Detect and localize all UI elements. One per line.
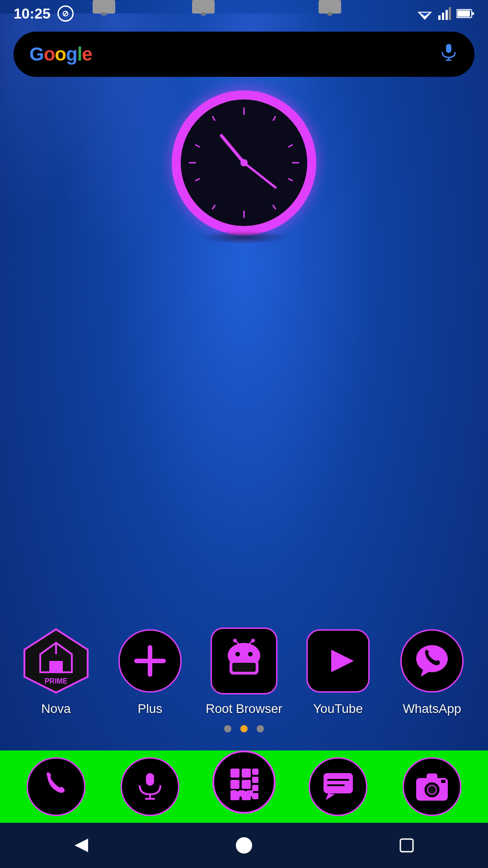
svg-line-20: [195, 179, 200, 181]
whatsapp-label: WhatsApp: [403, 702, 461, 716]
battery-icon: [456, 8, 474, 19]
svg-rect-74: [400, 839, 413, 852]
svg-rect-49: [230, 769, 239, 778]
dock-apps[interactable]: [212, 755, 276, 818]
svg-point-36: [248, 652, 253, 656]
svg-rect-59: [252, 793, 258, 799]
svg-point-73: [236, 837, 252, 854]
clock-outer-ring: [172, 90, 316, 235]
svg-marker-72: [75, 839, 88, 852]
svg-point-69: [427, 785, 436, 794]
app-grid: PRIME Nova Plus: [0, 627, 488, 741]
svg-rect-2: [438, 15, 441, 20]
wifi-icon: [417, 7, 433, 20]
svg-rect-42: [232, 663, 256, 672]
app-whatsapp[interactable]: WhatsApp: [391, 627, 473, 716]
svg-rect-60: [230, 790, 237, 797]
svg-point-39: [233, 639, 237, 642]
svg-marker-43: [331, 650, 354, 672]
svg-line-13: [273, 116, 276, 121]
nav-bar: [0, 823, 488, 868]
home-button[interactable]: [226, 827, 262, 863]
dock-microphone[interactable]: [118, 755, 182, 818]
svg-rect-30: [49, 661, 63, 672]
svg-rect-5: [449, 7, 451, 20]
dock-phone[interactable]: [24, 755, 88, 818]
nova-icon: PRIME: [22, 627, 90, 695]
recents-button[interactable]: [389, 827, 425, 863]
svg-rect-52: [230, 780, 239, 789]
svg-rect-71: [441, 780, 446, 783]
svg-rect-62: [247, 790, 253, 797]
root-browser-icon: [211, 627, 277, 694]
svg-rect-8: [472, 12, 474, 15]
messages-dock-icon: [309, 757, 367, 816]
youtube-icon: [306, 629, 370, 693]
dock: [0, 750, 488, 823]
svg-line-17: [273, 205, 276, 209]
svg-point-40: [251, 639, 255, 642]
nova-icon-wrap: PRIME: [22, 627, 90, 695]
svg-rect-53: [242, 780, 251, 789]
svg-line-25: [244, 163, 276, 188]
apps-dock-icon: [212, 750, 276, 814]
app-root-browser[interactable]: Root Browser: [203, 627, 285, 716]
svg-rect-58: [252, 785, 258, 791]
plus-icon: [118, 629, 182, 693]
clock-shadow: [199, 231, 289, 244]
dock-camera[interactable]: [400, 755, 464, 818]
status-bar: 10:25 ⊘: [0, 0, 488, 27]
signal-icon: [438, 7, 451, 20]
clock-display: 10:25: [14, 5, 51, 22]
root-browser-icon-wrap: [210, 627, 278, 695]
svg-marker-64: [326, 793, 335, 800]
svg-rect-63: [324, 773, 353, 793]
page-dot-2[interactable]: [240, 725, 248, 732]
svg-rect-3: [442, 13, 444, 20]
youtube-label: YouTube: [313, 702, 363, 716]
mic-dock-icon: [121, 757, 179, 816]
notification-icon: ⊘: [57, 5, 74, 22]
page-dots: [9, 725, 479, 732]
back-button[interactable]: [63, 827, 99, 863]
google-logo: Google: [29, 43, 92, 65]
phone-dock-icon: [27, 757, 85, 816]
page-dot-3[interactable]: [257, 725, 264, 732]
root-browser-label: Root Browser: [206, 702, 282, 716]
page-dot-1[interactable]: [224, 725, 231, 732]
svg-rect-56: [252, 769, 258, 775]
svg-rect-70: [427, 774, 437, 780]
svg-rect-46: [146, 773, 154, 786]
svg-text:PRIME: PRIME: [45, 677, 68, 685]
app-plus[interactable]: Plus: [109, 627, 191, 716]
app-nova[interactable]: PRIME Nova: [15, 627, 97, 716]
app-youtube[interactable]: YouTube: [297, 627, 379, 716]
app-row: PRIME Nova Plus: [9, 627, 479, 716]
svg-point-26: [240, 159, 248, 166]
svg-rect-57: [252, 777, 258, 783]
svg-line-22: [195, 145, 200, 147]
svg-point-35: [235, 652, 240, 656]
svg-rect-7: [457, 10, 470, 17]
svg-rect-9: [446, 44, 451, 53]
clock-widget[interactable]: [172, 90, 316, 235]
svg-rect-61: [239, 790, 245, 797]
search-bar[interactable]: Google: [14, 32, 474, 77]
nova-label: Nova: [41, 702, 70, 716]
youtube-icon-wrap: [304, 627, 372, 695]
clock-face: [181, 99, 307, 226]
plus-label: Plus: [138, 702, 162, 716]
svg-line-16: [288, 179, 293, 181]
svg-rect-4: [446, 10, 448, 20]
svg-line-19: [212, 205, 215, 209]
svg-line-24: [221, 136, 244, 163]
dock-messages[interactable]: [306, 755, 370, 818]
whatsapp-icon-wrap: [398, 627, 466, 695]
svg-rect-50: [242, 769, 251, 778]
plus-icon-wrap: [116, 627, 184, 695]
svg-line-23: [212, 116, 215, 121]
camera-dock-icon: [403, 757, 461, 816]
svg-line-14: [288, 145, 293, 147]
microphone-search-icon[interactable]: [439, 42, 459, 66]
whatsapp-icon: [400, 629, 464, 693]
